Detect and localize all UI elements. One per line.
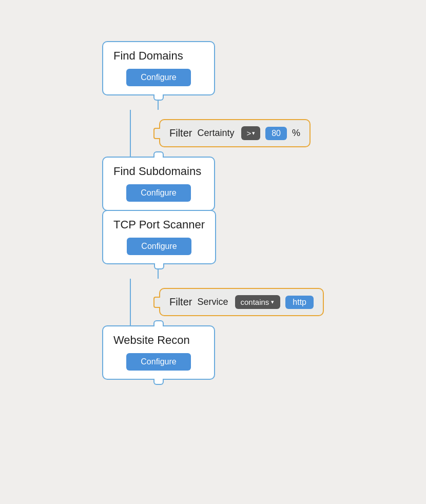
operator-contains-label: contains [240,298,269,306]
filter-vert-line [130,110,131,157]
pipeline-container: Find Domains Configure Filter Certainty … [102,41,324,380]
filter-certainty-suffix: % [292,128,300,139]
find-domains-node: Find Domains Configure [102,41,215,95]
filter-vert-section [102,110,159,157]
website-recon-top-notch [153,320,164,326]
filter-certainty-label: Filter [169,127,192,139]
dropdown-arrow-icon: ▾ [252,130,255,137]
filter-service-notch-tab [153,297,160,308]
find-domains-title: Find Domains [113,49,183,63]
filter-certainty-wrapper: Filter Certainty > ▾ 80 % [159,110,311,157]
tcp-port-scanner-configure-button[interactable]: Configure [127,238,191,255]
filter-service-zone: Filter Service contains ▾ http [102,279,324,325]
filter-certainty-field: Certainty [197,128,234,139]
filter-certainty-value: 80 [265,127,287,140]
filter-service-box: Filter Service contains ▾ http [159,288,324,316]
website-recon-node: Website Recon Configure [102,325,215,380]
tcp-port-scanner-bottom-notch [154,263,164,269]
find-subdomains-top-notch [153,151,164,158]
tcp-port-scanner-node: TCP Port Scanner Configure [102,210,216,264]
tcp-port-scanner-title: TCP Port Scanner [113,218,205,231]
filter-certainty-box: Filter Certainty > ▾ 80 % [159,119,311,147]
filter-service-vert-line [130,279,131,325]
filter-certainty-zone: Filter Certainty > ▾ 80 % [102,110,311,157]
find-subdomains-node: Find Subdomains Configure [102,157,215,211]
find-domains-bottom-notch [153,94,164,101]
filter-service-wrapper: Filter Service contains ▾ http [159,279,324,325]
website-recon-configure-button[interactable]: Configure [126,353,190,371]
find-domains-configure-button[interactable]: Configure [126,69,190,86]
dropdown-contains-arrow-icon: ▾ [271,299,274,305]
website-recon-bottom-notch [153,379,164,385]
operator-gt-icon: > [246,129,251,138]
filter-certainty-operator-dropdown[interactable]: > ▾ [241,126,260,140]
filter-notch-tab [153,128,160,139]
website-recon-title: Website Recon [113,334,190,347]
filter-service-vert-section [102,279,159,325]
filter-service-value: http [285,296,314,309]
find-subdomains-configure-button[interactable]: Configure [126,184,190,202]
find-subdomains-title: Find Subdomains [113,165,201,178]
filter-service-operator-dropdown[interactable]: contains ▾ [235,295,280,309]
filter-service-field: Service [197,297,228,307]
filter-service-label: Filter [169,296,192,308]
